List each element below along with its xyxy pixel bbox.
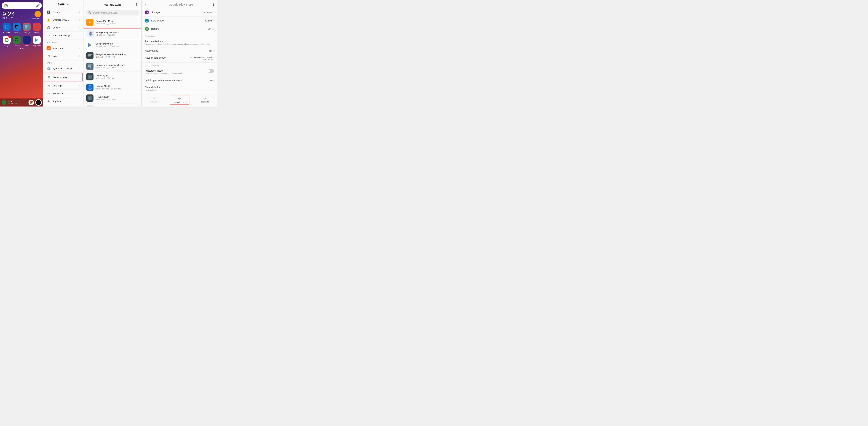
install-unknown-item[interactable]: Install apps from unknown sources No › — [142, 77, 217, 84]
toggle-switch[interactable] — [208, 69, 214, 73]
back-button[interactable]: ‹ — [145, 2, 146, 7]
dot-2 — [22, 48, 24, 50]
list-item[interactable]: A HomeLayout Never used 🕐 61.44KB — [84, 72, 142, 82]
settings-title: Settings — [46, 3, 80, 6]
app-tools[interactable]: Tools — [23, 36, 31, 46]
app-details-panel: ‹ Google Play Store ℹ Storage 83.96MB › … — [142, 0, 217, 106]
mi-account-label: Mi Account — [53, 47, 79, 50]
app-permissions-item[interactable]: App permissions › Manage permissions rel… — [142, 38, 217, 47]
additional-label: Additional settings — [53, 34, 79, 37]
app-playstore[interactable]: Play Store — [32, 36, 41, 46]
restrict-data-row: Restrict data usage Mobile data (SIM 1),… — [145, 56, 214, 60]
mic-icon[interactable]: 🎤 — [36, 4, 39, 7]
settings-item-emergency[interactable]: ⚠️ Emergency SOS › — [43, 16, 83, 24]
search-apps-bar[interactable]: 🔍 Search among 280 apps — [86, 10, 139, 15]
google-search-bar[interactable]: 🎤 — [2, 2, 42, 9]
svg-rect-15 — [88, 66, 91, 66]
data-usage-detail-item[interactable]: Data usage 72.3MB › — [142, 17, 217, 25]
chevron-icon: › — [79, 47, 80, 50]
info-button[interactable]: ℹ — [213, 3, 214, 6]
fullscreen-item[interactable]: Fullscreen mode Allow selected apps to w… — [142, 67, 217, 77]
notifications-label: Notifications — [145, 50, 209, 52]
page-dots — [2, 48, 42, 50]
settings-item-mi-account[interactable]: Mi Mi Account › — [43, 44, 83, 52]
chevron-right-icon: › — [213, 79, 214, 81]
restrict-data-item[interactable]: Restrict data usage Mobile data (SIM 1),… — [142, 54, 217, 63]
app-grid-row1: 🌐 Browser 🖼 Gallery ⚙️ Settings 🎵 Music — [2, 23, 42, 33]
force-stop-label: Force stop — [150, 101, 159, 103]
data-usage-value: 72.3MB — [205, 20, 213, 22]
list-item[interactable]: Google Play services ⚙ 🏠 134MB 🕐 381MB — [84, 28, 141, 39]
force-stop-icon: ✕ — [153, 96, 156, 100]
app-info: Google Play services ⚙ 🏠 134MB 🕐 381MB — [96, 31, 138, 36]
settings-item-sync[interactable]: ↻ Sync › — [43, 52, 83, 60]
app-browser[interactable]: 🌐 Browser — [2, 23, 11, 33]
settings-item-feedback[interactable]: ? Feedback › — [43, 105, 83, 106]
watermark-logo — [2, 100, 6, 105]
browser-icon: 🌐 — [3, 23, 11, 31]
settings-item-system-app[interactable]: ⚙️ System app settings › — [43, 65, 83, 73]
app-google[interactable]: 1 Google — [2, 36, 11, 46]
settings-item-manage-apps[interactable]: ⊞ Manage apps › — [44, 73, 83, 81]
app-meta: Never used 🕐 53.25KB — [95, 98, 138, 100]
clear-defaults-item[interactable]: Clear defaults No defaults set. — [142, 84, 217, 93]
app-meta: 🏠 134MB 🕐 381MB — [96, 34, 138, 36]
chevron-icon: › — [79, 19, 80, 21]
permissions-label: Permissions — [53, 92, 79, 95]
emergency-label: Emergency SOS — [53, 19, 79, 21]
list-item[interactable]: Google Play Store Recently used 🕐 83.96M… — [84, 40, 142, 50]
force-stop-action[interactable]: ✕ Force stop — [148, 95, 161, 104]
settings-item-permissions[interactable]: ◎ Permissions › — [43, 90, 83, 97]
more-button[interactable]: ⋮ — [135, 3, 138, 6]
list-item[interactable]: Hotspot Shield Used 4 days ago 🕐 36.54MB — [84, 82, 142, 93]
notifications-item[interactable]: Notifications Yes › — [142, 47, 217, 54]
app-icon — [87, 30, 94, 37]
fullscreen-toggle[interactable] — [208, 69, 214, 73]
app-info: HTML Viewer Never used 🕐 53.25KB — [95, 96, 138, 100]
dot-1 — [20, 48, 21, 50]
svg-text:A: A — [89, 97, 91, 100]
app-security[interactable]: 🛡 Security — [12, 36, 21, 46]
battery-detail-item[interactable]: Battery 1.6% › — [142, 25, 217, 33]
clear-defaults-label: Clear defaults — [145, 86, 214, 89]
app-usage: 🏠 7.1MB — [95, 56, 103, 58]
storage-detail-label: Storage — [151, 11, 204, 14]
app-icon: ▶ — [86, 63, 93, 70]
app-meta: Never used 🕐 24.83MB — [95, 67, 138, 69]
app-info: Google Services Framework ⚙ 🏠 7.1MB 🕐 47… — [95, 53, 138, 58]
storage-detail-item[interactable]: Storage 83.96MB › — [142, 8, 217, 17]
settings-item-storage[interactable]: 🗄️ Storage › — [43, 8, 83, 16]
app-usage: 🏠 134MB — [96, 34, 105, 36]
app-meta: Never used 🕐 18.32MB — [95, 23, 138, 25]
settings-item-google[interactable]: Google › — [43, 24, 83, 32]
list-item[interactable]: Google Services Framework ⚙ 🏠 7.1MB 🕐 47… — [84, 50, 142, 61]
notification-badge: 1 — [8, 35, 11, 38]
settings-item-app-lock[interactable]: ⊕ App lock › — [43, 97, 83, 105]
list-item[interactable]: A HybridAccessory Never used 🕐 53.25KB — [84, 103, 142, 106]
app-details-content: Storage 83.96MB › Data usage 72.3MB › Ba… — [142, 8, 217, 93]
list-item[interactable]: A HTML Viewer Never used 🕐 53.25KB — [84, 93, 142, 103]
app-meta: Used 4 days ago 🕐 36.54MB — [95, 88, 138, 90]
chevron-right-icon: › — [213, 40, 214, 43]
music-label: Music — [34, 32, 39, 33]
settings-label: Settings — [24, 32, 30, 33]
app-info: Google Text-to-speech Engine Never used … — [95, 64, 138, 69]
uninstall-updates-action[interactable]: ⊘ Uninstall updates — [170, 95, 189, 104]
clear-data-icon: ◇ — [203, 96, 206, 100]
fullscreen-sub: Allow selected apps to work in fullscree… — [145, 73, 208, 75]
app-settings[interactable]: ⚙️ Settings — [23, 23, 31, 33]
app-usage: Never used — [95, 23, 105, 25]
list-item[interactable]: Google Play Music Never used 🕐 18.32MB — [84, 17, 142, 28]
settings-item-additional[interactable]: ··· Additional settings › — [43, 32, 83, 39]
svg-rect-32 — [146, 29, 147, 29]
settings-item-dual-apps[interactable]: ◎ Dual apps › — [43, 82, 83, 90]
back-button[interactable]: ‹ — [87, 2, 88, 7]
clear-data-action[interactable]: ◇ Clear data — [198, 95, 211, 104]
notifications-value: Yes — [209, 50, 213, 52]
home-screen: 🎤 9:24 Fri, June 28 Clear 33°C 🌐 Browser… — [0, 0, 43, 106]
app-gallery[interactable]: 🖼 Gallery — [12, 23, 21, 33]
app-music[interactable]: 🎵 Music — [32, 23, 41, 33]
list-item[interactable]: ▶ Google Text-to-speech Engine Never use… — [84, 61, 142, 72]
chevron-right-icon: › — [213, 11, 214, 14]
app-name: HTML Viewer — [95, 96, 138, 98]
